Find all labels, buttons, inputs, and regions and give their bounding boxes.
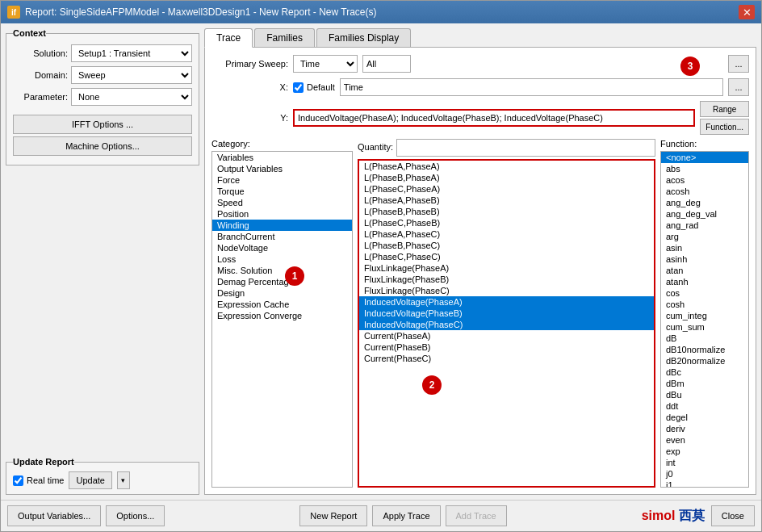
list-item[interactable]: j1 (661, 480, 748, 488)
list-item[interactable]: Output Variables (212, 163, 352, 174)
list-item[interactable]: dBm (661, 378, 748, 389)
apply-trace-button[interactable]: Apply Trace (372, 505, 440, 526)
list-item[interactable]: Loss (212, 253, 352, 265)
list-item[interactable]: FluxLinkage(PhaseA) (359, 262, 654, 274)
update-report-group: Update Report Real time Update ▾ (6, 457, 199, 495)
list-item[interactable]: FluxLinkage(PhaseB) (359, 274, 654, 285)
function-button[interactable]: Function... (700, 119, 749, 135)
list-item[interactable]: Current(PhaseC) (359, 353, 654, 364)
list-item[interactable]: dBc (661, 367, 748, 378)
list-item[interactable]: L(PhaseC,PhaseB) (359, 217, 654, 228)
list-item[interactable]: Torque (212, 186, 352, 197)
list-item[interactable]: dB10normalize (661, 344, 748, 355)
list-item[interactable]: arg (661, 231, 748, 242)
list-item[interactable]: ang_rad (661, 220, 748, 231)
ifft-button[interactable]: IFFT Options ... (13, 115, 192, 134)
list-item[interactable]: cum_sum (661, 321, 748, 333)
list-item[interactable]: even (661, 434, 748, 446)
list-item[interactable]: BranchCurrent (212, 231, 352, 242)
list-item[interactable]: L(PhaseB,PhaseC) (359, 240, 654, 251)
machine-options-button[interactable]: Machine Options... (13, 136, 192, 156)
update-button[interactable]: Update (69, 471, 111, 489)
list-item[interactable]: Current(PhaseA) (359, 330, 654, 341)
x-dots-button[interactable]: ... (728, 78, 749, 96)
list-item[interactable]: Design (212, 287, 352, 299)
list-item[interactable]: Position (212, 208, 352, 220)
function-list[interactable]: <none> abs acos acosh ang_deg ang_deg_va… (660, 151, 749, 488)
list-item[interactable]: exp (661, 446, 748, 457)
window-body: Context Solution: Setup1 : Transient Dom… (1, 23, 761, 500)
list-item-induced-c[interactable]: InducedVoltage(PhaseC) (359, 319, 654, 330)
list-item-induced-b[interactable]: InducedVoltage(PhaseB) (359, 308, 654, 319)
list-item[interactable]: L(PhaseB,PhaseB) (359, 206, 654, 217)
list-item[interactable]: j0 (661, 468, 748, 480)
list-item[interactable]: int (661, 457, 748, 468)
options-button[interactable]: Options... (106, 505, 165, 526)
list-item-winding[interactable]: Winding (212, 220, 352, 231)
list-item[interactable]: L(PhaseA,PhaseB) (359, 195, 654, 206)
list-item[interactable]: dB20normalize (661, 355, 748, 367)
list-item[interactable]: L(PhaseB,PhaseA) (359, 172, 654, 183)
list-item[interactable]: Speed (212, 197, 352, 208)
list-item[interactable]: abs (661, 163, 748, 174)
list-item[interactable]: cos (661, 287, 748, 299)
list-item[interactable]: Variables (212, 152, 352, 163)
tabs: Trace Families Families Display (204, 28, 756, 48)
domain-select[interactable]: Sweep (71, 66, 192, 84)
tab-families-display[interactable]: Families Display (316, 28, 411, 47)
list-item[interactable]: acos (661, 174, 748, 186)
close-button[interactable]: Close (711, 505, 755, 526)
primary-sweep-select[interactable]: Time (293, 55, 358, 73)
list-item[interactable]: Expression Cache (212, 299, 352, 310)
list-item[interactable]: cosh (661, 299, 748, 310)
tab-trace[interactable]: Trace (204, 28, 253, 48)
close-window-button[interactable]: ✕ (739, 5, 755, 19)
list-item[interactable]: degel (661, 412, 748, 423)
list-item[interactable]: dB (661, 333, 748, 344)
list-item[interactable]: asin (661, 242, 748, 253)
list-item[interactable]: atan (661, 265, 748, 276)
parameter-select[interactable]: None (71, 88, 192, 106)
primary-sweep-all-input[interactable] (362, 55, 411, 73)
list-item[interactable]: FluxLinkage(PhaseC) (359, 285, 654, 296)
list-item[interactable]: NodeVoltage (212, 242, 352, 253)
solution-select[interactable]: Setup1 : Transient (71, 44, 192, 62)
list-item[interactable]: deriv (661, 423, 748, 434)
list-item[interactable]: Force (212, 174, 352, 186)
realtime-checkbox[interactable] (13, 475, 23, 486)
list-item[interactable]: ddt (661, 400, 748, 412)
list-item[interactable]: asinh (661, 253, 748, 265)
list-item[interactable]: ang_deg (661, 197, 748, 208)
y-value-input[interactable]: InducedVoltage(PhaseA); InducedVoltage(P… (293, 109, 695, 127)
list-item[interactable]: L(PhaseA,PhaseC) (359, 228, 654, 240)
list-item-induced-a[interactable]: InducedVoltage(PhaseA) (359, 296, 654, 308)
tab-families[interactable]: Families (254, 28, 315, 47)
list-item[interactable]: atanh (661, 276, 748, 287)
x-default-checkbox[interactable] (293, 82, 304, 93)
list-item[interactable]: L(PhaseC,PhaseA) (359, 183, 654, 195)
list-item[interactable]: Misc. Solution (212, 265, 352, 276)
list-item[interactable]: L(PhaseA,PhaseA) (359, 161, 654, 172)
list-item[interactable]: Current(PhaseB) (359, 341, 654, 353)
list-item[interactable]: ang_deg_val (661, 208, 748, 220)
list-item[interactable]: dBu (661, 389, 748, 400)
quantity-filter-input[interactable] (396, 139, 655, 157)
list-item[interactable]: acosh (661, 186, 748, 197)
simol-suffix: 西莫 (679, 509, 705, 522)
list-item[interactable]: Demag Percentage (212, 276, 352, 287)
new-report-button[interactable]: New Report (299, 505, 367, 526)
category-list[interactable]: Variables Output Variables Force Torque … (211, 151, 353, 488)
list-item[interactable]: L(PhaseC,PhaseC) (359, 251, 654, 262)
quantity-list[interactable]: L(PhaseA,PhaseA) L(PhaseB,PhaseA) L(Phas… (358, 159, 655, 488)
list-item-none[interactable]: <none> (661, 152, 748, 163)
list-item[interactable]: Expression Converge (212, 310, 352, 321)
trace-tab-content: Primary Sweep: Time ... X: Default (204, 48, 756, 495)
range-button[interactable]: Range (700, 101, 749, 117)
list-item[interactable]: cum_integ (661, 310, 748, 321)
x-value-input[interactable]: Time (340, 78, 723, 96)
x-default-label: Default (293, 82, 335, 93)
add-trace-button[interactable]: Add Trace (446, 505, 507, 526)
output-variables-button[interactable]: Output Variables... (7, 505, 101, 526)
update-dropdown-arrow[interactable]: ▾ (117, 471, 130, 489)
primary-sweep-dots-button[interactable]: ... (728, 55, 749, 73)
